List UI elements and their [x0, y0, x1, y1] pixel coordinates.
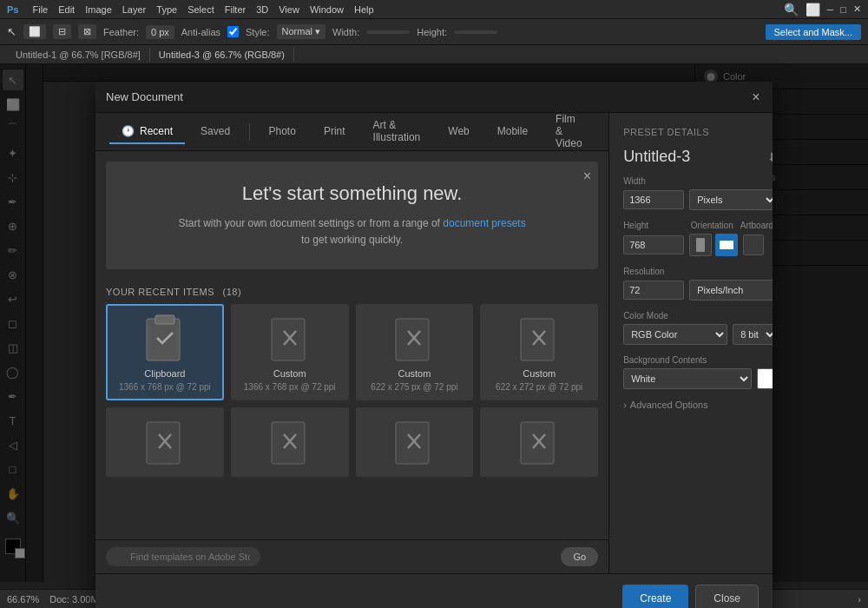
recent-item-6[interactable] [356, 407, 474, 477]
tool-mode-dropdown[interactable]: ⬜ [23, 24, 46, 39]
background-select[interactable]: White Black Background Color Transparent [623, 368, 752, 389]
tab-mobile[interactable]: Mobile [485, 120, 540, 144]
width-input[interactable] [623, 190, 684, 209]
search-icon[interactable]: 🔍 [784, 3, 799, 17]
tab-saved[interactable]: Saved [188, 120, 242, 144]
anti-alias-checkbox[interactable] [227, 26, 239, 37]
orientation-landscape-button[interactable] [715, 234, 738, 256]
custom-file-icon-3 [513, 313, 565, 365]
recent-item-clipboard[interactable]: Clipboard 1366 x 768 px @ 72 ppi [106, 304, 224, 400]
background-row: White Black Background Color Transparent [623, 368, 773, 389]
welcome-presets-link[interactable]: document presets [443, 217, 525, 229]
svg-rect-24 [720, 241, 733, 249]
menu-type[interactable]: Type [156, 4, 177, 15]
save-preset-icon[interactable]: ⬇ [767, 150, 773, 164]
recent-item-name-2: Custom [398, 368, 431, 379]
custom-file-icon-5 [264, 416, 316, 468]
minimize-icon[interactable]: ─ [827, 4, 834, 15]
feather-label: Feather: [103, 27, 139, 37]
dialog-overlay: New Document × 🕐 Recent Saved [0, 64, 868, 582]
dialog-close-button[interactable]: × [748, 89, 764, 105]
color-mode-select[interactable]: RGB Color CMYK Color Grayscale [623, 324, 727, 345]
dialog-header: New Document × [95, 82, 773, 113]
app-logo: Ps [7, 4, 18, 15]
recent-item-5[interactable] [231, 407, 349, 477]
style-dropdown[interactable]: Normal ▾ [277, 24, 326, 39]
width-input[interactable] [366, 30, 410, 34]
recent-item-size-1: 1366 x 768 px @ 72 ppi [244, 382, 336, 392]
orientation-portrait-button[interactable] [689, 234, 712, 256]
new-document-dialog: New Document × 🕐 Recent Saved [95, 82, 773, 608]
recent-clock-icon: 🕐 [122, 125, 135, 137]
height-label: Height [623, 221, 684, 230]
preset-name: Untitled-3 [623, 148, 690, 166]
tab-web[interactable]: Web [436, 120, 481, 144]
menu-bar: Ps File Edit Image Layer Type Select Fil… [0, 0, 868, 19]
dialog-body: 🕐 Recent Saved Photo Print [95, 113, 773, 573]
menu-3d[interactable]: 3D [256, 4, 268, 15]
tab-film-video[interactable]: Film & Video [543, 108, 595, 156]
resolution-input[interactable] [623, 281, 684, 300]
select-mask-button[interactable]: Select and Mask... [766, 24, 862, 40]
tab-untitled3[interactable]: Untitled-3 @ 66.7% (RGB/8#) [150, 48, 294, 62]
recent-item-2[interactable]: Custom 622 x 275 px @ 72 ppi [356, 304, 474, 400]
background-color-swatch[interactable] [757, 368, 773, 389]
advanced-options-link[interactable]: › Advanced Options [623, 400, 773, 410]
bit-depth-select[interactable]: 8 bit 16 bit 32 bit [733, 324, 773, 345]
search-go-button[interactable]: Go [561, 547, 598, 566]
orientation-buttons [689, 234, 738, 256]
artboards-label: Artboards [740, 221, 773, 230]
custom-file-icon-7 [513, 416, 565, 468]
tab-print[interactable]: Print [312, 120, 358, 144]
tab-untitled1[interactable]: Untitled-1 @ 66.7% [RGB/8#] [7, 48, 150, 62]
width-unit-select[interactable]: Pixels Inches Centimeters [689, 189, 773, 210]
recent-item-4[interactable] [106, 407, 224, 477]
welcome-close-button[interactable]: × [583, 169, 591, 184]
tool-subtract-icon[interactable]: ⊟ [53, 24, 71, 39]
feather-input[interactable]: 0 px [146, 25, 174, 39]
menu-image[interactable]: Image [85, 4, 112, 15]
options-toolbar: ↖ ⬜ ⊟ ⊠ Feather: 0 px Anti-alias Style: … [0, 19, 868, 45]
clipboard-file-icon [139, 313, 191, 365]
width-row: Pixels Inches Centimeters [623, 189, 773, 210]
recent-item-name-1: Custom [273, 368, 306, 379]
tab-art-illustration[interactable]: Art & Illustration [361, 114, 433, 150]
welcome-subtitle: Start with your own document settings or… [127, 215, 577, 248]
tab-recent[interactable]: 🕐 Recent [109, 120, 185, 144]
window-close-icon[interactable]: ✕ [853, 3, 861, 15]
close-button[interactable]: Close [695, 585, 759, 608]
tab-photo[interactable]: Photo [257, 120, 308, 144]
menu-layer[interactable]: Layer [122, 4, 147, 15]
resolution-unit-select[interactable]: Pixels/Inch Pixels/Centimeter [689, 280, 773, 301]
artboards-checkbox[interactable] [743, 235, 764, 255]
zoom-level: 66.67% [7, 594, 39, 605]
arrow-right-icon: › [858, 594, 861, 605]
arrange-icon[interactable]: ⬜ [806, 3, 820, 17]
recent-item-size-3: 622 x 272 px @ 72 ppi [496, 382, 582, 392]
menu-help[interactable]: Help [354, 4, 374, 15]
recent-item-3[interactable]: Custom 622 x 272 px @ 72 ppi [480, 304, 598, 400]
recent-item-1[interactable]: Custom 1366 x 768 px @ 72 ppi [231, 304, 349, 400]
menu-view[interactable]: View [279, 4, 299, 15]
background-field-group: Background Contents White Black Backgrou… [623, 355, 773, 389]
tool-intersect-icon[interactable]: ⊠ [78, 24, 96, 39]
height-input[interactable] [454, 30, 497, 34]
recent-header: YOUR RECENT ITEMS (18) [106, 287, 598, 297]
height-input[interactable] [623, 235, 684, 254]
recent-section: YOUR RECENT ITEMS (18) [95, 280, 608, 539]
preset-section-title: PRESET DETAILS [623, 127, 773, 137]
template-search: 🔍 Go [95, 539, 608, 573]
menu-window[interactable]: Window [310, 4, 344, 15]
menu-filter[interactable]: Filter [225, 4, 246, 15]
custom-file-icon-4 [139, 416, 191, 468]
recent-item-name-3: Custom [523, 368, 556, 379]
document-tabs: Untitled-1 @ 66.7% [RGB/8#] Untitled-3 @… [0, 45, 868, 64]
menu-edit[interactable]: Edit [58, 4, 75, 15]
dialog-footer: Create Close [95, 573, 773, 608]
create-button[interactable]: Create [622, 585, 688, 608]
menu-file[interactable]: File [32, 4, 48, 15]
maximize-icon[interactable]: □ [840, 4, 846, 15]
menu-select[interactable]: Select [187, 4, 214, 15]
recent-item-7[interactable] [480, 407, 598, 477]
template-search-input[interactable] [106, 547, 260, 566]
